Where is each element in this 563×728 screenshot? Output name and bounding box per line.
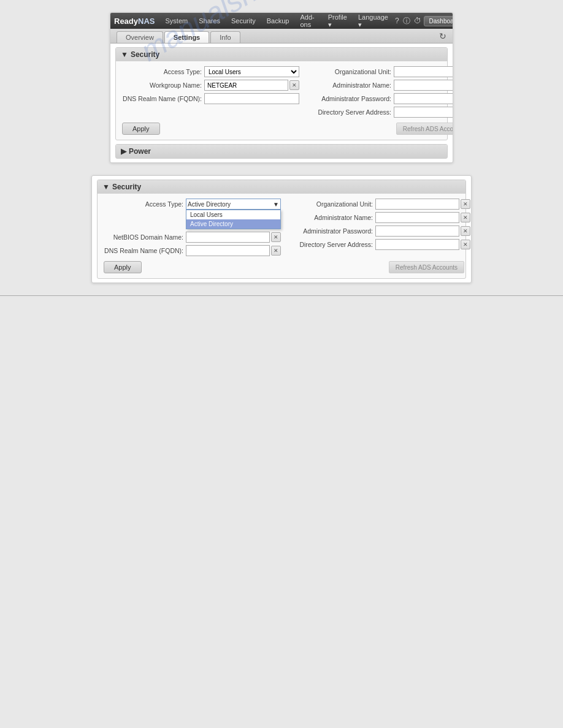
dns-clear-btn[interactable]: ✕ bbox=[271, 246, 281, 256]
help-icon[interactable]: ? bbox=[395, 17, 399, 25]
access-type-row-top: Access Type: Local Users Active Director… bbox=[122, 66, 299, 77]
dir-server-input-top[interactable] bbox=[394, 107, 453, 118]
dropdown-arrow-icon: ▼ bbox=[273, 201, 279, 208]
nav-shares[interactable]: Shares bbox=[194, 16, 224, 26]
dns-realm-row-top: DNS Realm Name (FQDN): bbox=[122, 93, 299, 104]
org-unit-row-bottom: Organizational Unit: ✕ bbox=[293, 199, 470, 210]
collapse-icon-top: ▼ bbox=[121, 50, 128, 59]
form-right-top: Organizational Unit: Administrator Name:… bbox=[312, 66, 453, 118]
power-panel: ▶ Power bbox=[115, 144, 448, 159]
form-left-top: Access Type: Local Users Active Director… bbox=[122, 66, 299, 118]
info-icon[interactable]: ⓘ bbox=[403, 16, 410, 26]
footer-line bbox=[0, 295, 563, 296]
admin-name-label-top: Administrator Name: bbox=[312, 82, 391, 89]
admin-password-row-top: Administrator Password: bbox=[312, 93, 453, 104]
admin-name-clear-btn[interactable]: ✕ bbox=[461, 213, 470, 222]
org-unit-input-wrap: ✕ bbox=[375, 199, 470, 210]
apply-button-bottom[interactable]: Apply bbox=[104, 261, 142, 273]
access-type-label-bottom: Access Type: bbox=[104, 200, 183, 208]
dir-server-clear-btn[interactable]: ✕ bbox=[461, 240, 470, 249]
dns-input-wrap: ✕ bbox=[186, 245, 281, 256]
security-title-top: Security bbox=[131, 50, 159, 59]
security-panel-header-top[interactable]: ▼ Security bbox=[116, 48, 447, 61]
nav-addons[interactable]: Add-ons bbox=[296, 12, 318, 29]
workgroup-clear-btn[interactable]: ✕ bbox=[289, 80, 299, 90]
dir-server-row-top: Directory Server Address: bbox=[312, 107, 453, 118]
dir-server-input-wrap: ✕ bbox=[375, 239, 470, 250]
refresh-icon[interactable]: ↻ bbox=[439, 31, 446, 41]
workgroup-input-wrap: ✕ bbox=[204, 80, 299, 91]
refresh-ads-button-top[interactable]: Refresh ADS Accounts bbox=[396, 123, 453, 135]
dropdown-display[interactable]: Active Directory ▼ bbox=[186, 199, 281, 210]
nav-system[interactable]: System bbox=[161, 16, 192, 26]
dns-realm-label-bottom: DNS Realm Name (FQDN): bbox=[104, 247, 183, 254]
bottom-screenshot: ▼ Security Access Type: Active Directory bbox=[91, 175, 472, 283]
admin-password-label-top: Administrator Password: bbox=[312, 95, 391, 102]
security-panel-header-bottom[interactable]: ▼ Security bbox=[98, 180, 465, 194]
admin-password-clear-btn[interactable]: ✕ bbox=[461, 226, 470, 236]
clock-icon[interactable]: ⏱ bbox=[414, 17, 421, 25]
nav-language[interactable]: Language ▾ bbox=[354, 12, 393, 30]
netbios-input-wrap: ✕ bbox=[186, 232, 281, 243]
security-panel-top: ▼ Security Access Type: Local Users Acti… bbox=[115, 47, 448, 140]
admin-password-input-bottom[interactable] bbox=[375, 226, 459, 237]
power-title: Power bbox=[129, 147, 151, 156]
dashboard-button[interactable]: Dashboard bbox=[424, 16, 453, 26]
access-type-label-top: Access Type: bbox=[122, 68, 202, 75]
tab-info[interactable]: Info bbox=[210, 31, 240, 43]
dir-server-label-top: Directory Server Address: bbox=[312, 108, 391, 116]
workgroup-label: Workgroup Name: bbox=[122, 82, 202, 89]
admin-name-label-bottom: Administrator Name: bbox=[293, 214, 373, 221]
nav-profile[interactable]: Profile ▾ bbox=[324, 12, 351, 30]
access-type-select-top[interactable]: Local Users Active Directory bbox=[204, 66, 299, 77]
apply-row-bottom: Apply Refresh ADS Accounts bbox=[104, 261, 470, 273]
brand-nas: NAS bbox=[138, 17, 155, 26]
netbios-clear-btn[interactable]: ✕ bbox=[271, 232, 281, 242]
security-title-bottom: Security bbox=[112, 183, 141, 191]
access-type-dropdown[interactable]: Active Directory ▼ Local Users Active Di… bbox=[186, 199, 281, 210]
org-unit-label-top: Organizational Unit: bbox=[312, 68, 391, 75]
admin-password-input-top[interactable] bbox=[394, 93, 453, 104]
admin-name-input-bottom[interactable] bbox=[375, 212, 459, 223]
refresh-ads-button-bottom[interactable]: Refresh ADS Accounts bbox=[389, 261, 464, 273]
form-right-bottom: Organizational Unit: ✕ Administrator Nam… bbox=[293, 199, 470, 256]
org-unit-input-bottom[interactable] bbox=[375, 199, 459, 210]
dns-realm-input-bottom[interactable] bbox=[186, 245, 270, 256]
brand-ready: Ready bbox=[114, 17, 138, 26]
form-left-bottom: Access Type: Active Directory ▼ Local Us… bbox=[104, 199, 281, 256]
apply-button-top[interactable]: Apply bbox=[122, 123, 160, 135]
workgroup-input[interactable] bbox=[204, 80, 288, 91]
org-unit-label-bottom: Organizational Unit: bbox=[293, 200, 373, 208]
nav-security[interactable]: Security bbox=[227, 16, 260, 26]
dropdown-selected-text: Active Directory bbox=[188, 201, 231, 208]
access-type-row-bottom: Access Type: Active Directory ▼ Local Us… bbox=[104, 199, 281, 210]
org-unit-row-top: Organizational Unit: bbox=[312, 66, 453, 77]
tab-settings[interactable]: Settings bbox=[164, 31, 209, 43]
dir-server-label-bottom: Directory Server Address: bbox=[293, 241, 373, 248]
brand: ReadyNAS bbox=[114, 17, 155, 26]
nav-backup[interactable]: Backup bbox=[262, 16, 294, 26]
org-unit-clear-btn[interactable]: ✕ bbox=[461, 199, 470, 209]
page-wrapper: ReadyNAS System Shares Security Backup A… bbox=[0, 0, 563, 728]
dropdown-option-local-users[interactable]: Local Users bbox=[186, 210, 280, 219]
org-unit-input-top[interactable] bbox=[394, 66, 453, 77]
netbios-input[interactable] bbox=[186, 232, 270, 243]
form-grid-bottom: Access Type: Active Directory ▼ Local Us… bbox=[104, 199, 459, 273]
dns-realm-input-top[interactable] bbox=[204, 93, 299, 104]
dir-server-input-bottom[interactable] bbox=[375, 239, 459, 250]
admin-password-label-bottom: Administrator Password: bbox=[293, 227, 373, 235]
dns-realm-row-bottom: DNS Realm Name (FQDN): ✕ bbox=[104, 245, 281, 256]
power-panel-header[interactable]: ▶ Power bbox=[116, 145, 447, 158]
admin-password-input-wrap: ✕ bbox=[375, 226, 470, 237]
admin-name-row-top: Administrator Name: bbox=[312, 80, 453, 91]
apply-row-top: Apply Refresh ADS Accounts bbox=[122, 123, 453, 135]
collapse-icon-bottom: ▼ bbox=[102, 183, 110, 191]
workgroup-row: Workgroup Name: ✕ bbox=[122, 80, 299, 91]
admin-name-input-top[interactable] bbox=[394, 80, 453, 91]
tab-overview[interactable]: Overview bbox=[117, 31, 163, 43]
top-screenshot: ReadyNAS System Shares Security Backup A… bbox=[110, 12, 453, 163]
collapse-icon-power: ▶ bbox=[121, 147, 126, 156]
dir-server-row-bottom: Directory Server Address: ✕ bbox=[293, 239, 470, 250]
dns-realm-label-top: DNS Realm Name (FQDN): bbox=[122, 95, 202, 102]
dropdown-option-active-directory[interactable]: Active Directory bbox=[186, 219, 280, 229]
